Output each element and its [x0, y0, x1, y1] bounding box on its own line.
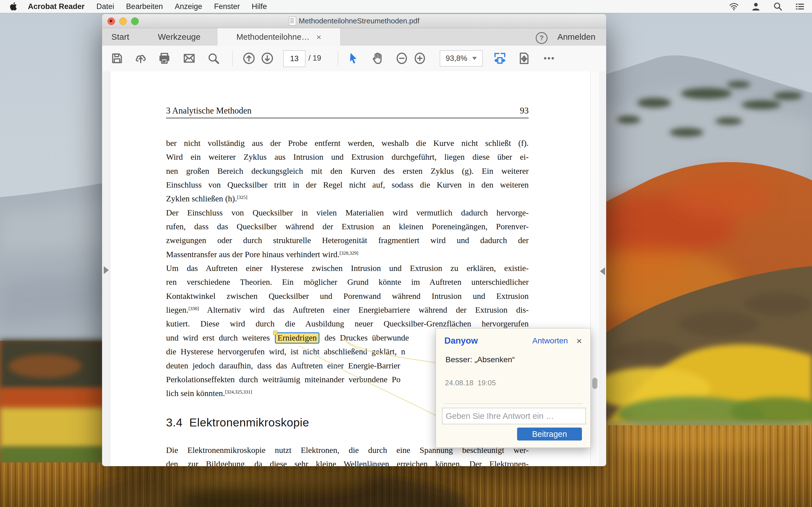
nav-pane-collapsed[interactable]	[102, 71, 110, 466]
menu-datei[interactable]: Datei	[91, 2, 120, 11]
zoom-level-value: 93,8%	[446, 54, 467, 63]
page-number-header: 93	[520, 106, 529, 116]
select-tool-button[interactable]	[345, 50, 361, 66]
share-cloud-button[interactable]	[133, 50, 149, 66]
fit-width-icon	[493, 52, 506, 65]
chevron-down-icon	[472, 57, 477, 60]
chapter-header: 3 Analytische Methoden	[166, 106, 252, 116]
comment-timestamp: 24.08.18 19:05	[445, 379, 496, 387]
document-text-line: den, zur Bildgebung, da diese sehr klein…	[166, 457, 529, 466]
document-text-line: Der Einschluss von Quecksilber in vielen…	[166, 206, 529, 220]
save-button[interactable]	[109, 50, 125, 66]
menu-bearbeiten[interactable]: Bearbeiten	[120, 2, 169, 11]
comment-popup: Danyow Antworten × Besser: „Absenken“ 24…	[436, 328, 591, 448]
hand-tool-button[interactable]	[369, 50, 386, 66]
search-icon[interactable]	[773, 2, 783, 11]
highlight-annotation[interactable]: Erniedrigen	[275, 332, 319, 344]
menu-fenster[interactable]: Fenster	[208, 2, 246, 11]
email-button[interactable]	[181, 50, 197, 66]
printer-icon	[158, 52, 171, 65]
plus-circle-icon	[413, 52, 426, 65]
tab-document-label: Methodenteilohne…	[236, 33, 310, 42]
citation-reference: [324,325,331]	[225, 389, 252, 395]
document-text-line: liegen.[330] Alternativ wird das Auftret…	[166, 303, 529, 317]
acrobat-window: MethodenteilohneStreumethoden.pdf Start …	[102, 14, 606, 466]
menu-hilfe[interactable]: Hilfe	[246, 2, 273, 11]
document-text-line: Zyklen schließen (h).[325]	[166, 192, 529, 206]
title-bar[interactable]: MethodenteilohneStreumethoden.pdf	[102, 14, 606, 28]
document-text-line: ber nicht vollständig aus der Probe entf…	[166, 136, 529, 150]
document-text-line: Kontaktwinkel zwischen Quecksilber und P…	[166, 289, 529, 303]
document-text-line: nen großen Bereich deckungsgleich mit de…	[166, 164, 529, 178]
citation-reference: [328,329]	[340, 250, 358, 256]
zoom-window-button[interactable]	[131, 17, 139, 25]
find-button[interactable]	[205, 50, 221, 66]
fit-page-icon	[518, 52, 530, 65]
reply-input[interactable]	[442, 408, 586, 424]
tab-close-icon[interactable]: ×	[316, 33, 321, 41]
previous-page-button[interactable]	[241, 50, 257, 66]
desktop: Acrobat Reader Datei Bearbeiten Anzeige …	[0, 0, 812, 507]
scrollbar-thumb[interactable]	[592, 378, 598, 389]
print-button[interactable]	[156, 50, 172, 66]
user-icon[interactable]	[751, 2, 761, 11]
fit-width-button[interactable]	[492, 50, 508, 66]
cloud-upload-icon	[134, 52, 147, 65]
popup-divider	[444, 403, 582, 404]
more-tools-button[interactable]	[541, 50, 557, 66]
page-up-icon	[243, 52, 255, 65]
menu-app-name[interactable]: Acrobat Reader	[22, 2, 91, 11]
toolbar: / 19 9	[102, 46, 606, 71]
expand-nav-pane-icon[interactable]	[104, 266, 109, 274]
expand-comment-pane-icon[interactable]	[600, 267, 605, 275]
reply-link[interactable]: Antworten	[532, 336, 568, 345]
anmelden-button[interactable]: Anmelden	[557, 28, 596, 46]
header-rule	[166, 118, 529, 118]
cursor-arrow-icon	[347, 52, 360, 65]
document-text-line: ren verschiedene Theorien. Ein möglicher…	[166, 275, 529, 289]
zoom-level-dropdown[interactable]: 93,8%	[440, 50, 483, 66]
tab-werkzeuge[interactable]: Werkzeuge	[158, 28, 200, 46]
pdf-doc-icon	[289, 17, 296, 25]
comment-author: Danyow	[444, 336, 478, 346]
submit-reply-button[interactable]: Beitragen	[517, 428, 582, 441]
minimize-window-button[interactable]	[119, 17, 127, 25]
document-text-line: rufen, dass das Quecksilber während der …	[166, 220, 529, 233]
menu-bar: Acrobat Reader Datei Bearbeiten Anzeige …	[0, 0, 812, 13]
fit-page-button[interactable]	[516, 50, 532, 66]
apple-menu-icon[interactable]	[10, 2, 18, 11]
document-text-line: Einschluss von Quecksilber tritt in der …	[166, 178, 529, 192]
tab-start[interactable]: Start	[111, 28, 129, 46]
next-page-button[interactable]	[259, 50, 275, 66]
citation-reference: [330]	[188, 306, 199, 311]
citation-reference: [325]	[237, 194, 248, 200]
minus-circle-icon	[395, 52, 408, 65]
zoom-in-button[interactable]	[412, 50, 428, 66]
notification-list-icon[interactable]	[795, 2, 805, 11]
menu-anzeige[interactable]: Anzeige	[169, 2, 208, 11]
zoom-out-button[interactable]	[394, 50, 410, 66]
document-text-line: Wird ein weiterer Zyklus aus Intrusion u…	[166, 150, 529, 164]
vertical-scrollbar[interactable]	[591, 71, 599, 466]
page-down-icon	[261, 52, 274, 65]
close-icon[interactable]: ×	[576, 336, 582, 346]
help-icon[interactable]: ?	[536, 32, 548, 44]
page-total-label: / 19	[308, 50, 321, 66]
wifi-icon[interactable]	[729, 2, 739, 11]
save-icon	[110, 52, 123, 65]
page-running-header: 3 Analytische Methoden 93	[166, 106, 529, 116]
window-title: MethodenteilohneStreumethoden.pdf	[299, 17, 419, 25]
hand-icon	[371, 52, 384, 65]
document-text-line: Um das Auftreten einer Hysterese zwische…	[166, 262, 529, 275]
page-number-input[interactable]	[283, 50, 305, 67]
magnifier-icon	[207, 52, 220, 65]
close-window-button[interactable]	[107, 17, 115, 25]
ellipsis-icon	[543, 52, 555, 65]
comment-pane-collapsed[interactable]	[599, 71, 606, 466]
section-heading: 3.4 Elektronenmikroskopie	[166, 416, 309, 429]
tab-document[interactable]: Methodenteilohne… ×	[217, 28, 341, 46]
document-text-line: zweigungen oder durch strukturelle Heter…	[166, 233, 529, 247]
document-text-line: Massentransfer aus der Pore hinaus verhi…	[166, 247, 529, 262]
tab-row: Start Werkzeuge Methodenteilohne… × ? An…	[102, 28, 606, 46]
envelope-icon	[183, 52, 196, 65]
